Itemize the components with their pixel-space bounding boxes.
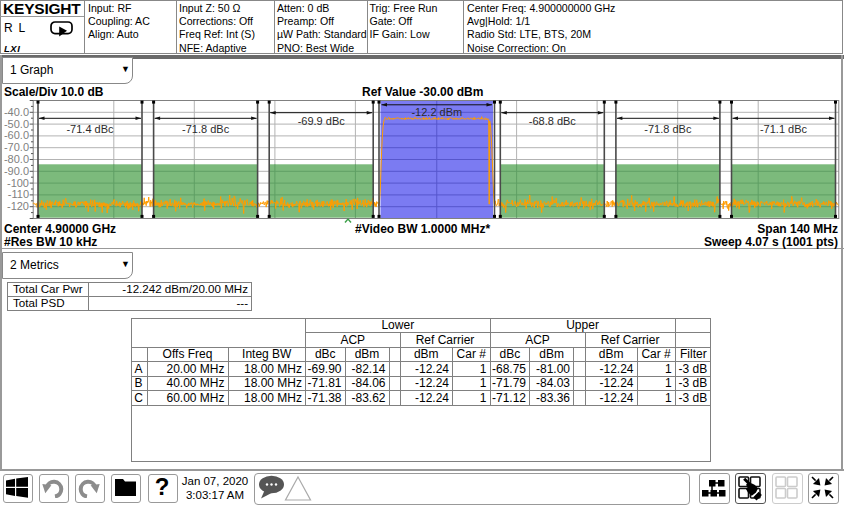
svg-text:-12.2 dBm: -12.2 dBm [411, 106, 462, 118]
svg-text:-69.9 dBc: -69.9 dBc [298, 115, 346, 127]
svg-text:-71.8 dBc: -71.8 dBc [644, 123, 692, 135]
svg-text:-71.1 dBc: -71.1 dBc [760, 123, 808, 135]
svg-text:-68.8 dBc: -68.8 dBc [529, 115, 577, 127]
svg-text:-71.8 dBc: -71.8 dBc [182, 123, 230, 135]
svg-text:-71.4 dBc: -71.4 dBc [66, 123, 114, 135]
